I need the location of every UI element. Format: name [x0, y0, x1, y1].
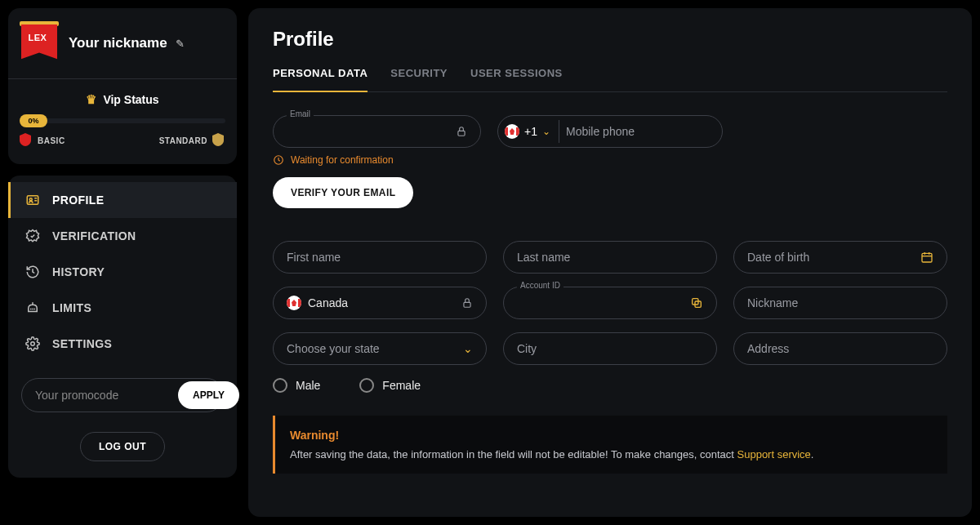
sidebar-item-label: PROFILE [52, 194, 104, 207]
edit-nickname-icon[interactable]: ✎ [176, 38, 185, 50]
settings-icon [24, 336, 41, 352]
verification-icon [24, 228, 41, 244]
sidebar-item-verification[interactable]: VERIFICATION [8, 218, 237, 254]
gender-female-radio[interactable]: Female [359, 378, 421, 393]
phone-input[interactable] [566, 125, 709, 138]
tab-user-sessions[interactable]: USER SESSIONS [470, 67, 563, 91]
state-select[interactable]: Choose your state ⌄ [273, 332, 487, 365]
promocode-row: APPLY [21, 378, 224, 412]
sidebar-item-label: VERIFICATION [52, 229, 136, 242]
user-nickname: Your nickname [69, 35, 167, 51]
address-input[interactable] [747, 342, 933, 355]
tab-personal-data[interactable]: PERSONAL DATA [273, 67, 368, 92]
vip-progress-bar: 0% [20, 118, 225, 123]
canada-flag-icon [505, 124, 519, 139]
apply-promo-button[interactable]: APPLY [178, 381, 239, 409]
email-input[interactable] [287, 125, 456, 138]
first-name-input[interactable] [287, 251, 473, 264]
gender-radios: Male Female [273, 378, 947, 393]
svg-rect-10 [922, 253, 932, 262]
chevron-down-icon: ⌄ [542, 126, 550, 137]
account-id-label: Account ID [517, 281, 564, 290]
vip-status-label: Vip Status [103, 93, 158, 106]
nickname-field[interactable] [733, 287, 947, 319]
brand-logo: LEX [20, 21, 59, 65]
last-name-input[interactable] [517, 251, 703, 264]
warning-box: Warning! After saving the data, the info… [273, 416, 947, 474]
clock-icon [273, 154, 284, 166]
sidebar-item-label: HISTORY [52, 265, 105, 278]
email-label: Email [287, 109, 314, 118]
svg-point-7 [31, 342, 35, 346]
first-name-field[interactable] [273, 241, 487, 274]
lock-icon [456, 126, 467, 137]
copy-icon[interactable] [690, 296, 703, 309]
vip-progress-value: 0% [20, 114, 47, 127]
support-service-link[interactable]: Support service [737, 448, 811, 460]
calendar-icon[interactable] [920, 251, 933, 264]
tab-security[interactable]: SECURITY [390, 67, 448, 91]
country-code-selector[interactable]: +1 ⌄ [505, 120, 559, 143]
radio-circle-icon [359, 378, 374, 393]
nav-card: PROFILE VERIFICATION HISTORY LIMITS SETT… [8, 176, 237, 478]
tabs: PERSONAL DATA SECURITY USER SESSIONS [273, 67, 947, 92]
address-field[interactable] [733, 332, 947, 365]
history-icon [24, 264, 41, 280]
crown-icon: ♛ [86, 92, 96, 107]
account-id-field: Account ID [503, 287, 717, 319]
promocode-input[interactable] [35, 389, 178, 402]
logout-button[interactable]: LOG OUT [80, 432, 165, 461]
tier-basic-label: BASIC [38, 136, 65, 145]
canada-flag-icon [287, 296, 301, 310]
vip-status-row: ♛ Vip Status [20, 92, 225, 107]
sidebar-item-history[interactable]: HISTORY [8, 254, 237, 290]
city-input[interactable] [517, 342, 703, 355]
country-field: Canada [273, 287, 487, 319]
chevron-down-icon: ⌄ [463, 342, 473, 355]
tier-standard-label: STANDARD [159, 136, 207, 145]
account-id-input [517, 296, 690, 309]
phone-field: +1 ⌄ [497, 115, 723, 148]
limits-icon [24, 300, 41, 316]
country-code: +1 [524, 125, 537, 138]
last-name-field[interactable] [503, 241, 717, 274]
warning-title: Warning! [290, 429, 933, 442]
profile-icon [24, 192, 41, 208]
warning-body: After saving the data, the information i… [290, 448, 933, 460]
verify-email-button[interactable]: VERIFY YOUR EMAIL [273, 177, 413, 208]
sidebar-item-label: SETTINGS [52, 337, 112, 350]
lock-icon [461, 297, 473, 309]
tier-basic-icon [20, 133, 33, 148]
svg-rect-14 [464, 302, 470, 307]
page-title: Profile [273, 28, 947, 51]
nickname-input[interactable] [747, 296, 933, 309]
city-field[interactable] [503, 332, 717, 365]
dob-input[interactable] [747, 251, 920, 264]
svg-point-1 [29, 198, 32, 201]
sidebar-item-limits[interactable]: LIMITS [8, 290, 237, 326]
sidebar-item-label: LIMITS [52, 301, 91, 314]
user-card: LEX Your nickname ✎ ♛ Vip Status 0% BASI [8, 8, 237, 164]
sidebar-item-profile[interactable]: PROFILE [8, 182, 237, 218]
radio-circle-icon [273, 378, 287, 393]
gender-male-radio[interactable]: Male [273, 378, 320, 393]
svg-rect-8 [458, 131, 465, 136]
sidebar-item-settings[interactable]: SETTINGS [8, 326, 237, 362]
main-panel: Profile PERSONAL DATA SECURITY USER SESS… [248, 8, 972, 517]
dob-field[interactable] [733, 241, 947, 274]
tier-standard-icon [212, 133, 225, 148]
email-status: Waiting for confirmation [273, 154, 481, 166]
country-value: Canada [308, 296, 461, 309]
email-field[interactable]: Email [273, 115, 481, 148]
